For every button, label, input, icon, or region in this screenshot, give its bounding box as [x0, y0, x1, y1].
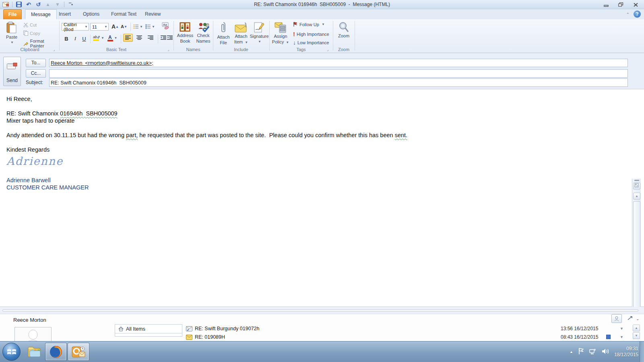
font-color-button[interactable]: A ▼	[106, 34, 118, 42]
tab-file[interactable]: File	[3, 9, 22, 19]
browse-object-icon[interactable]	[633, 183, 640, 189]
address-book-button[interactable]: Address Book	[176, 22, 194, 43]
tags-dialog-launcher[interactable]: ⌟	[327, 47, 331, 51]
contact-card-button[interactable]	[611, 314, 622, 323]
to-field[interactable]: Reece Morton <rmorton@swiftleisure.co.uk…	[49, 59, 628, 67]
action-center-flag-icon[interactable]	[578, 348, 584, 356]
tab-message[interactable]: Message	[25, 9, 57, 19]
font-size-combo[interactable]: 11▼	[90, 23, 109, 31]
system-tray: ▲ 09:31 18/12/2015	[570, 341, 638, 362]
email-replied-icon	[186, 326, 192, 331]
attach-item-icon	[234, 22, 248, 33]
minimize-button[interactable]	[600, 1, 612, 8]
numbering-icon	[145, 24, 151, 29]
numbering-button[interactable]: ▼	[145, 23, 155, 31]
align-left-icon	[125, 35, 131, 40]
tab-options[interactable]: Options	[77, 9, 105, 19]
italic-button[interactable]: I	[72, 35, 79, 43]
cut-icon	[23, 23, 28, 27]
increase-indent-button[interactable]	[167, 34, 173, 42]
pane-splitter[interactable]	[0, 307, 644, 314]
windows-explorer-icon	[27, 346, 43, 358]
subject-field[interactable]: RE: Swift Chamonix 016946h SBH005009	[49, 78, 628, 87]
zoom-icon	[339, 22, 349, 33]
cut-button[interactable]: Cut	[23, 23, 37, 27]
show-desktop-button[interactable]	[640, 341, 644, 362]
restore-button[interactable]	[615, 1, 627, 8]
align-right-button[interactable]	[146, 34, 155, 42]
reference-code: 016946h SBH005009	[60, 110, 118, 117]
expand-pane-icon[interactable]	[627, 316, 633, 322]
volume-icon[interactable]	[602, 348, 609, 356]
start-button[interactable]	[2, 343, 21, 361]
reference-line: RE: Swift Chamonix 016946h SBH005009	[6, 110, 407, 117]
people-pane-tabs: All Items	[115, 324, 182, 337]
attach-item-button[interactable]: Attach Item ▼	[233, 22, 250, 45]
align-left-button[interactable]	[123, 34, 133, 42]
minimize-ribbon-icon[interactable]: ⌃	[626, 12, 630, 16]
tab-review[interactable]: Review	[139, 9, 166, 19]
decrease-indent-button[interactable]	[160, 34, 167, 42]
group-tags: Assign Policy ▼ Follow Up ▼ ! High Impor…	[270, 19, 332, 53]
tab-partial-hidden[interactable]	[115, 333, 182, 337]
font-color-icon: A	[107, 35, 114, 41]
tab-all-items[interactable]: All Items	[115, 324, 182, 333]
svg-text:ab: ab	[93, 35, 97, 39]
signature-button[interactable]: Signature ▼	[250, 22, 268, 44]
close-button[interactable]	[630, 1, 642, 8]
copy-button[interactable]: Copy	[23, 31, 40, 36]
text-highlight-button[interactable]: ab ▼	[93, 34, 105, 42]
low-importance-button[interactable]: ↓ Low Importance	[293, 39, 329, 46]
check-names-button[interactable]: @ Check Names	[195, 22, 212, 43]
assign-policy-button[interactable]: Assign Policy ▼	[271, 22, 290, 45]
split-handle[interactable]	[634, 180, 639, 181]
bold-button[interactable]: B	[63, 35, 70, 43]
basic-text-dialog-launcher[interactable]: ⌟	[167, 47, 171, 51]
outlook-icon	[72, 346, 85, 358]
low-importance-icon: ↓	[293, 39, 296, 46]
align-center-button[interactable]	[134, 34, 144, 42]
clipboard-dialog-launcher[interactable]: ⌟	[53, 47, 57, 51]
show-hidden-icons-button[interactable]: ▲	[570, 350, 573, 354]
photo-silhouette-icon	[24, 329, 42, 343]
clear-formatting-button[interactable]: Aa	[160, 22, 171, 30]
tab-format-text[interactable]: Format Text	[105, 9, 142, 19]
high-importance-button[interactable]: ! High Importance	[293, 31, 329, 37]
list-scroll-up-button[interactable]: ▲	[633, 325, 640, 331]
email-row-dropdown-icon[interactable]: ▼	[620, 327, 623, 331]
pane-options-chevron-icon[interactable]: ⌄	[636, 317, 639, 321]
taskbar-outlook-button[interactable]	[68, 343, 89, 361]
to-button[interactable]: To...	[26, 59, 46, 67]
firefox-icon	[49, 345, 63, 359]
message-header: Send To... Reece Morton <rmorton@swiftle…	[0, 53, 644, 89]
help-icon[interactable]: ?	[634, 10, 641, 18]
scroll-up-button[interactable]: ▲	[633, 193, 640, 200]
font-name-combo[interactable]: Calibri (Bod▼	[62, 23, 89, 31]
send-icon	[7, 63, 17, 71]
follow-up-button[interactable]: Follow Up ▼	[293, 22, 325, 27]
taskbar-explorer-button[interactable]	[24, 343, 46, 361]
paste-button[interactable]: Paste ▼	[3, 22, 20, 45]
people-pane: Reece Morton ⌄ All Items RE: Swift Burgu…	[0, 314, 644, 341]
window-title: RE: Swift Chamonix 016946h SBH005009 - M…	[0, 0, 644, 9]
shrink-font-button[interactable]: A▼	[120, 23, 128, 31]
underline-button[interactable]: U	[80, 35, 88, 43]
follow-up-flag-icon	[293, 22, 298, 27]
send-button[interactable]: Send	[3, 57, 21, 86]
list-scroll-down-button[interactable]: ▼	[633, 332, 640, 339]
message-body[interactable]: Hi Reece, RE: Swift Chamonix 016946h SBH…	[0, 89, 644, 307]
attach-file-button[interactable]: Attach File	[215, 22, 232, 45]
ribbon-tab-row: File Message Insert Options Format Text …	[0, 9, 644, 19]
tab-insert[interactable]: Insert	[53, 9, 76, 19]
network-icon[interactable]	[589, 348, 597, 356]
cc-field[interactable]	[49, 69, 628, 78]
grow-font-button[interactable]: A▲	[111, 23, 119, 31]
issue-line: Mixer taps hard to operate	[6, 117, 407, 124]
taskbar-clock[interactable]: 09:31 18/12/2015	[614, 346, 638, 358]
zoom-button[interactable]: Zoom	[335, 22, 352, 38]
bullets-button[interactable]: ▼	[133, 23, 143, 31]
splitter-grab-bar[interactable]	[2, 309, 638, 312]
taskbar-firefox-button[interactable]	[45, 343, 67, 361]
cc-button[interactable]: Cc...	[26, 69, 46, 78]
email-row-dropdown-icon[interactable]: ▼	[620, 335, 623, 339]
